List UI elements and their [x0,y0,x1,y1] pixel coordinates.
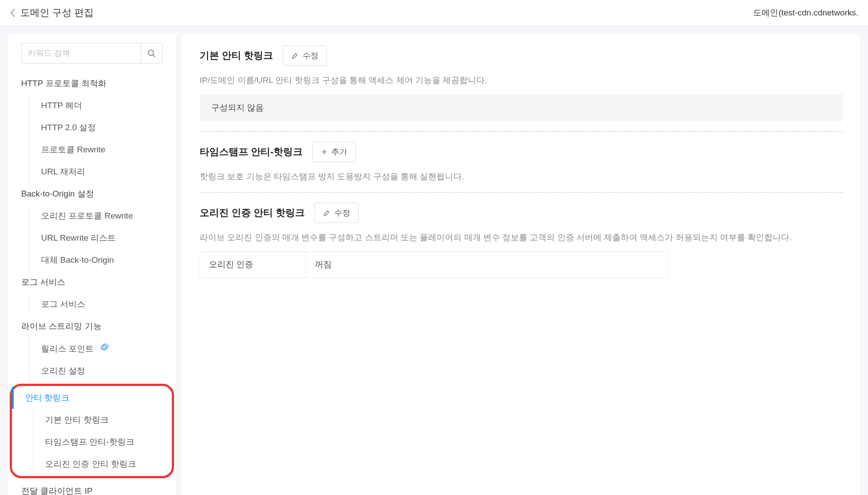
section-head: 타임스탬프 안티-핫링크 추가 [200,142,842,162]
nav-item-timestamp-anti-hotlink[interactable]: 타임스탬프 안티-핫링크 [33,431,172,453]
gear-icon [100,343,109,351]
edit-icon [323,209,331,217]
button-label: 수정 [334,208,350,218]
nav-item-log-service[interactable]: 로그 서비스 [29,293,176,315]
search-button[interactable] [140,43,163,64]
domain-label: 도메인(test-cdn.cdnetworks. [753,7,858,19]
nav-item-http-header[interactable]: HTTP 헤더 [29,94,176,117]
section-origin-auth-anti-hotlink: 오리진 인증 안티 핫링크 수정 라이브 오리진 인증의 매개 변수를 구성하고… [200,203,842,278]
page-header: 도메인 구성 편집 도메인(test-cdn.cdnetworks. [0,0,868,26]
section-divider [200,131,842,132]
section-description: 핫링크 보호 기능은 타임스탬프 방지 도용방지 구성을 통해 실현됩니다. [200,171,842,182]
kv-value: 꺼짐 [306,252,667,277]
section-divider [200,192,842,193]
sidebar: HTTP 프로토콜 최적화 HTTP 헤더 HTTP 2.0 설정 프로토콜 R… [8,34,176,495]
button-label: 수정 [303,50,318,61]
nav-item-label: 릴리스 포인트 [41,344,94,353]
nav-group-back-to-origin[interactable]: Back-to-Origin 설정 [8,183,176,205]
highlight-box: 안티 핫링크 기본 안티 핫링크 타임스탬프 안티-핫링크 오리진 인증 안티 … [10,384,174,478]
header-left: 도메인 구성 편집 [10,6,94,19]
kv-key: 오리진 인증 [200,252,306,277]
kv-table: 오리진 인증 꺼짐 [200,251,668,278]
nav-item-http2-setting[interactable]: HTTP 2.0 설정 [29,117,176,139]
section-description: 라이브 오리진 인증의 매개 변수를 구성하고 스트리머 또는 플레이어의 매개… [200,232,842,243]
section-title: 타임스탬프 안티-핫링크 [200,145,303,159]
section-head: 기본 안티 핫링크 수정 [200,45,842,66]
svg-line-1 [153,55,155,57]
section-title: 기본 안티 핫링크 [200,49,273,62]
nav-item-origin-protocol-rewrite[interactable]: 오리진 프로토콜 Rewrite [29,205,176,227]
section-basic-anti-hotlink: 기본 안티 핫링크 수정 IP/도메인 이름/URL 안티 핫링크 구성을 통해… [200,45,842,121]
add-button[interactable]: 추가 [312,142,356,162]
edit-button[interactable]: 수정 [283,45,327,66]
nav-item-alternate-back-to-origin[interactable]: 대체 Back-to-Origin [29,249,176,271]
section-title: 오리진 인증 안티 핫링크 [200,206,305,219]
nav-group-forward-client-ip[interactable]: 전달 클라이언트 IP [8,480,176,495]
section-timestamp-anti-hotlink: 타임스탬프 안티-핫링크 추가 핫링크 보호 기능은 타임스탬프 방지 도용방지… [200,142,842,182]
nav-item-url-rewrite-list[interactable]: URL Rewrite 리스트 [29,227,176,249]
search-wrap [8,43,176,72]
search-icon [147,49,156,58]
nav-item-protocol-rewrite[interactable]: 프로토콜 Rewrite [29,139,176,161]
nav-group-http-optimization[interactable]: HTTP 프로토콜 최적화 [8,72,176,94]
search-input[interactable] [21,43,140,64]
button-label: 추가 [331,147,347,157]
nav-group-live-streaming[interactable]: 라이브 스트리밍 기능 [8,315,176,337]
nav-item-url-reprocess[interactable]: URL 재처리 [29,161,176,183]
nav-group-anti-hotlink[interactable]: 안티 핫링크 [12,387,172,409]
empty-state: 구성되지 않음 [200,94,842,121]
content-wrapper: HTTP 프로토콜 최적화 HTTP 헤더 HTTP 2.0 설정 프로토콜 R… [0,26,868,495]
main-content: 기본 안티 핫링크 수정 IP/도메인 이름/URL 안티 핫링크 구성을 통해… [182,34,860,495]
section-description: IP/도메인 이름/URL 안티 핫링크 구성을 통해 액세스 제어 기능을 제… [200,75,842,86]
edit-button[interactable]: 수정 [315,203,359,223]
svg-point-0 [148,50,154,55]
page-title: 도메인 구성 편집 [20,6,94,19]
nav-item-basic-anti-hotlink[interactable]: 기본 안티 핫링크 [33,409,172,431]
nav-group-log-service[interactable]: 로그 서비스 [8,271,176,293]
edit-icon [291,52,299,60]
nav-item-release-point[interactable]: 릴리스 포인트 [29,337,176,360]
plus-icon [321,148,328,155]
nav-item-origin-auth-anti-hotlink[interactable]: 오리진 인증 안티 핫링크 [33,453,172,475]
section-head: 오리진 인증 안티 핫링크 수정 [200,203,842,223]
back-chevron-icon[interactable] [10,8,16,18]
nav-item-origin-setting[interactable]: 오리진 설정 [29,360,176,382]
